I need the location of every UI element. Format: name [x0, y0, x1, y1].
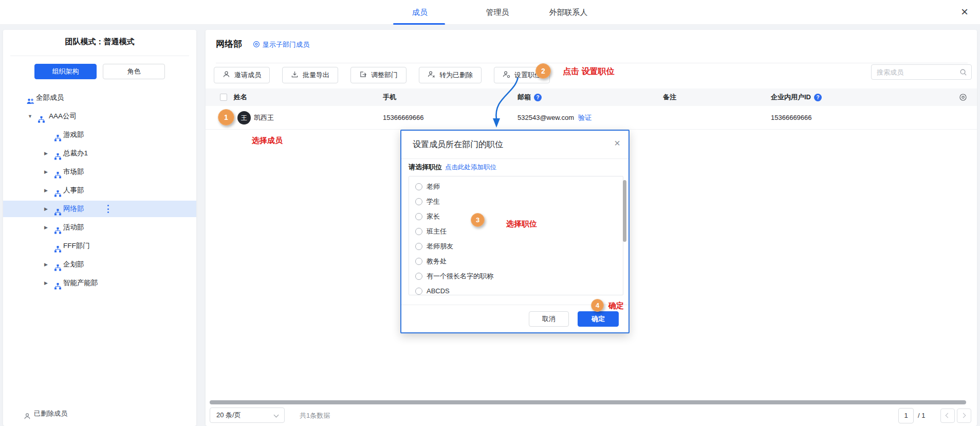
- radio-icon[interactable]: [415, 243, 422, 250]
- radio-icon[interactable]: [415, 258, 422, 265]
- next-page-button[interactable]: [957, 409, 971, 423]
- cell-email: 532543@wew.com验证: [517, 106, 591, 130]
- annotation-step-2-badge: 2: [535, 63, 551, 79]
- sidebar-item-all-members[interactable]: 全部成员: [3, 90, 196, 106]
- show-subdepartment-link[interactable]: 显示子部门成员: [253, 40, 309, 49]
- topbar: 成员 管理员 外部联系人 ×: [0, 0, 980, 25]
- cell-user-id: 15366669666: [771, 106, 812, 130]
- sidebar-item-company[interactable]: ▼ AAA公司: [3, 108, 196, 125]
- table-header: 姓名 手机 邮箱? 备注 企业内用户ID?: [206, 88, 977, 106]
- annotation-step-2-label: 点击 设置职位: [563, 66, 614, 77]
- verify-link[interactable]: 验证: [578, 114, 591, 121]
- chevron-down-icon: [274, 413, 279, 418]
- tab-members[interactable]: 成员: [412, 0, 428, 25]
- page-number-input[interactable]: 1: [898, 408, 914, 423]
- toolbar: 邀请成员 批量导出 调整部门 转为已删除 设置职位: [214, 67, 550, 83]
- button-label: 调整部门: [371, 70, 398, 80]
- sidebar-item-dept[interactable]: ▶ 企划部: [3, 256, 196, 273]
- annotation-step-3-badge: 3: [471, 213, 485, 227]
- search-member-box: [871, 64, 972, 80]
- close-icon[interactable]: ×: [957, 5, 972, 20]
- sidebar-item-dept[interactable]: ▶ 活动部: [3, 219, 196, 236]
- button-label: 转为已删除: [439, 70, 473, 80]
- tab-external-contacts[interactable]: 外部联系人: [549, 0, 588, 25]
- tree-item-label: AAA公司: [49, 108, 77, 125]
- org-structure-button[interactable]: 组织架构: [34, 64, 97, 79]
- sidebar-item-dept[interactable]: ▶ 总裁办1: [3, 145, 196, 162]
- invite-member-button[interactable]: 邀请成员: [214, 67, 270, 83]
- tab-admins[interactable]: 管理员: [486, 0, 509, 25]
- sidebar-item-dept[interactable]: 游戏部: [3, 127, 196, 143]
- eye-icon: [253, 41, 260, 49]
- roles-button[interactable]: 角色: [103, 64, 165, 79]
- horizontal-scrollbar[interactable]: [210, 400, 966, 404]
- search-icon[interactable]: [959, 68, 967, 78]
- caret-down-icon[interactable]: ▼: [28, 108, 32, 125]
- adjust-department-button[interactable]: 调整部门: [350, 67, 406, 83]
- screen: 成员 管理员 外部联系人 × 团队模式：普通模式 组织架构 角色 全部成员 ▼ …: [0, 0, 980, 426]
- search-input[interactable]: [877, 65, 957, 79]
- position-option[interactable]: 老师: [409, 179, 623, 194]
- radio-icon[interactable]: [415, 288, 422, 295]
- move-to-deleted-button[interactable]: 转为已删除: [419, 67, 482, 83]
- radio-icon[interactable]: [415, 198, 422, 205]
- person-icon: [223, 70, 230, 80]
- cancel-button[interactable]: 取消: [529, 311, 569, 327]
- caret-right-icon[interactable]: ▶: [44, 182, 48, 199]
- more-menu-icon[interactable]: [105, 205, 110, 213]
- button-label: 邀请成员: [234, 70, 261, 80]
- confirm-button[interactable]: 确定: [578, 311, 619, 327]
- email-text: 532543@wew.com: [517, 114, 574, 121]
- column-settings-gear-icon[interactable]: [959, 93, 967, 103]
- divider: [10, 56, 189, 56]
- help-icon[interactable]: ?: [534, 94, 542, 101]
- select-all-checkbox[interactable]: [220, 94, 227, 101]
- caret-right-icon[interactable]: ▶: [44, 275, 48, 291]
- chevron-left-icon: [946, 413, 951, 418]
- batch-export-button[interactable]: 批量导出: [282, 67, 338, 83]
- position-option[interactable]: 学生: [409, 194, 623, 209]
- annotation-step-4-label: 确定: [608, 301, 624, 311]
- sidebar-item-dept[interactable]: ▶ 人事部: [3, 182, 196, 199]
- caret-right-icon[interactable]: ▶: [44, 256, 48, 273]
- col-remark: 备注: [663, 88, 676, 106]
- radio-icon[interactable]: [415, 183, 422, 190]
- caret-right-icon[interactable]: ▶: [44, 164, 48, 180]
- tree-item-label: 智能产能部: [63, 275, 98, 291]
- sidebar-item-dept[interactable]: ▶ 市场部: [3, 164, 196, 180]
- annotation-step-1-badge: 1: [218, 109, 234, 126]
- radio-icon[interactable]: [415, 213, 422, 220]
- help-icon[interactable]: ?: [814, 94, 822, 101]
- radio-icon[interactable]: [415, 273, 422, 280]
- cell-name: 凯西王: [254, 106, 274, 130]
- position-option[interactable]: 老师朋友: [409, 239, 623, 254]
- caret-right-icon[interactable]: ▶: [44, 219, 48, 236]
- caret-right-icon[interactable]: ▶: [44, 201, 48, 217]
- divider: [216, 63, 968, 63]
- col-email: 邮箱?: [517, 88, 542, 106]
- person-remove-icon: [428, 70, 435, 80]
- add-position-link[interactable]: 点击此处添加职位: [445, 163, 496, 172]
- col-name: 姓名: [234, 88, 247, 106]
- cell-phone: 15366669666: [383, 106, 424, 130]
- modal-list-scrollbar[interactable]: [623, 180, 626, 242]
- select-position-label: 请选择职位: [409, 163, 442, 172]
- position-option[interactable]: 有一个很长名字的职称: [409, 269, 623, 283]
- button-label: 批量导出: [303, 70, 329, 80]
- sidebar-item-dept[interactable]: ▶ 智能产能部: [3, 275, 196, 291]
- show-subdepartment-label: 显示子部门成员: [263, 40, 309, 49]
- sidebar-item-network-dept-selected[interactable]: ▶ 网络部: [3, 201, 196, 217]
- prev-page-button[interactable]: [940, 409, 955, 423]
- caret-right-icon[interactable]: ▶: [44, 145, 48, 162]
- page-size-select[interactable]: 20 条/页: [210, 407, 285, 423]
- position-option[interactable]: ABCDS: [409, 283, 623, 295]
- sidebar-item-dept[interactable]: FFF部门: [3, 238, 196, 254]
- sidebar-item-deleted-members[interactable]: 已删除成员: [3, 406, 196, 421]
- position-option[interactable]: 教务处: [409, 254, 623, 269]
- tree-item-label: 活动部: [63, 219, 84, 236]
- table-row[interactable]: 王 凯西王 15366669666 532543@wew.com验证 15366…: [206, 106, 977, 130]
- radio-icon[interactable]: [415, 228, 422, 235]
- avatar: 王: [237, 111, 251, 125]
- modal-close-icon[interactable]: ×: [614, 137, 620, 149]
- tree-item-label: 游戏部: [63, 127, 84, 143]
